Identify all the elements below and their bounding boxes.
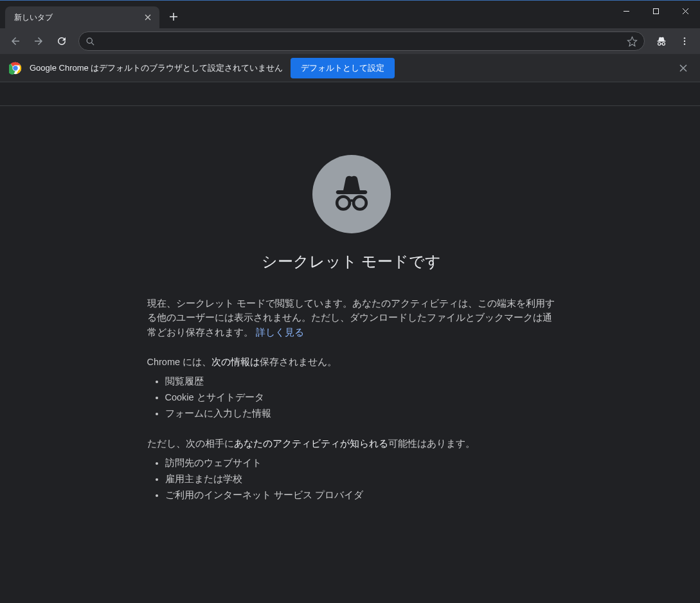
list-item: フォームに入力した情報 [165, 406, 556, 422]
maximize-button[interactable] [641, 1, 670, 21]
browser-tab[interactable]: 新しいタブ [5, 6, 159, 28]
menu-button[interactable] [674, 31, 695, 51]
visible-to-list: 訪問先のウェブサイト 雇用主または学校 ご利用のインターネット サービス プロバ… [147, 455, 556, 503]
omnibox-input[interactable] [100, 36, 627, 46]
learn-more-link[interactable]: 詳しく見る [256, 327, 304, 338]
address-bar[interactable] [78, 32, 645, 51]
svg-point-4 [684, 37, 685, 39]
toolbar [0, 28, 700, 54]
reload-button[interactable] [51, 31, 72, 51]
description-text: 現在、シークレット モードで閲覧しています。あなたのアクティビティは、この端末を… [147, 298, 555, 338]
default-browser-infobar: Google Chrome はデフォルトのブラウザとして設定されていません デフ… [0, 54, 700, 82]
incognito-ntp: シークレット モードです 現在、シークレット モードで閲覧しています。あなたのア… [145, 106, 556, 503]
tab-title: 新しいタブ [14, 12, 141, 23]
infobar-close-icon[interactable] [676, 60, 691, 76]
not-saved-heading: Chrome には、次の情報は保存されません。 [147, 356, 556, 368]
svg-rect-0 [653, 8, 658, 14]
incognito-heading: シークレット モードです [147, 251, 556, 272]
list-item: ご利用のインターネット サービス プロバイダ [165, 487, 556, 503]
not-saved-list: 閲覧履歴 Cookie とサイトデータ フォームに入力した情報 [147, 374, 556, 421]
content-area: シークレット モードです 現在、シークレット モードで閲覧しています。あなたのア… [0, 82, 700, 603]
bookmark-star-icon[interactable] [627, 36, 638, 47]
infobar-message: Google Chrome はデフォルトのブラウザとして設定されていません [30, 62, 283, 74]
list-item: 雇用主または学校 [165, 471, 556, 487]
minimize-button[interactable] [611, 1, 641, 21]
svg-point-11 [354, 197, 366, 210]
list-item: Cookie とサイトデータ [165, 390, 556, 406]
chrome-logo-icon [9, 62, 22, 75]
incognito-hero-icon [312, 155, 391, 233]
close-window-button[interactable] [670, 1, 700, 21]
svg-point-2 [658, 42, 661, 45]
svg-point-3 [662, 42, 665, 45]
list-item: 訪問先のウェブサイト [165, 455, 556, 471]
svg-point-6 [684, 43, 685, 44]
close-tab-icon[interactable] [141, 11, 154, 24]
visible-to-heading: ただし、次の相手にあなたのアクティビティが知られる可能性はあります。 [147, 438, 556, 450]
search-icon [85, 37, 95, 46]
forward-button[interactable] [28, 31, 49, 51]
incognito-indicator-icon[interactable] [651, 31, 672, 51]
list-item: 閲覧履歴 [165, 374, 556, 390]
svg-point-10 [337, 197, 350, 210]
set-default-button[interactable]: デフォルトとして設定 [291, 58, 395, 78]
svg-point-5 [684, 40, 685, 42]
back-button[interactable] [5, 31, 26, 51]
svg-point-1 [87, 38, 92, 43]
incognito-description: 現在、シークレット モードで閲覧しています。あなたのアクティビティは、この端末を… [147, 296, 556, 339]
title-bar: 新しいタブ [0, 0, 700, 28]
new-tab-button[interactable] [165, 8, 183, 26]
window-controls [611, 1, 700, 21]
